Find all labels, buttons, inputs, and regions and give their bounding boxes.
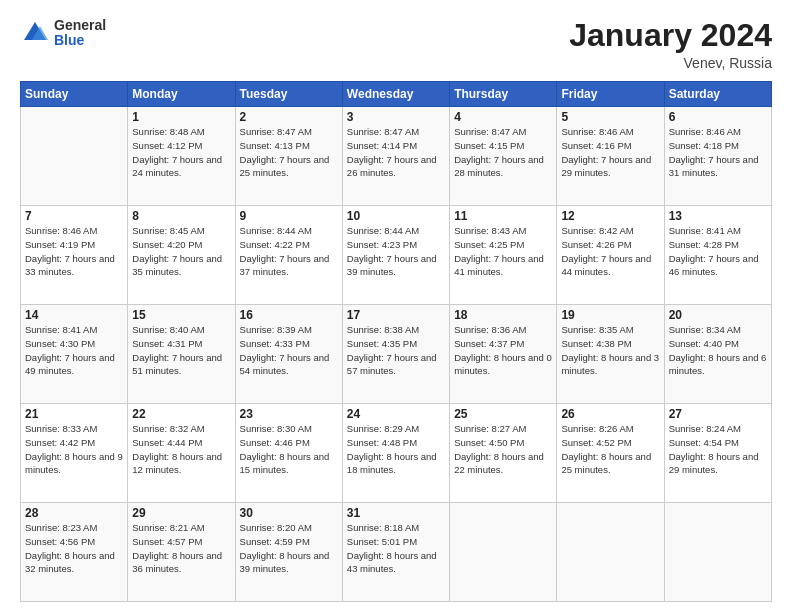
day-cell: 12Sunrise: 8:42 AMSunset: 4:26 PMDayligh…	[557, 206, 664, 305]
day-number: 20	[669, 308, 767, 322]
day-info: Sunrise: 8:46 AMSunset: 4:18 PMDaylight:…	[669, 125, 767, 180]
day-number: 28	[25, 506, 123, 520]
day-info: Sunrise: 8:42 AMSunset: 4:26 PMDaylight:…	[561, 224, 659, 279]
day-cell: 2Sunrise: 8:47 AMSunset: 4:13 PMDaylight…	[235, 107, 342, 206]
day-info: Sunrise: 8:30 AMSunset: 4:46 PMDaylight:…	[240, 422, 338, 477]
day-info: Sunrise: 8:21 AMSunset: 4:57 PMDaylight:…	[132, 521, 230, 576]
month-title: January 2024	[569, 18, 772, 53]
day-number: 16	[240, 308, 338, 322]
header-cell-tuesday: Tuesday	[235, 82, 342, 107]
day-cell: 22Sunrise: 8:32 AMSunset: 4:44 PMDayligh…	[128, 404, 235, 503]
day-cell: 31Sunrise: 8:18 AMSunset: 5:01 PMDayligh…	[342, 503, 449, 602]
day-info: Sunrise: 8:43 AMSunset: 4:25 PMDaylight:…	[454, 224, 552, 279]
day-number: 5	[561, 110, 659, 124]
location: Venev, Russia	[569, 55, 772, 71]
day-number: 7	[25, 209, 123, 223]
day-cell: 8Sunrise: 8:45 AMSunset: 4:20 PMDaylight…	[128, 206, 235, 305]
day-cell: 7Sunrise: 8:46 AMSunset: 4:19 PMDaylight…	[21, 206, 128, 305]
day-info: Sunrise: 8:27 AMSunset: 4:50 PMDaylight:…	[454, 422, 552, 477]
day-info: Sunrise: 8:36 AMSunset: 4:37 PMDaylight:…	[454, 323, 552, 378]
day-info: Sunrise: 8:40 AMSunset: 4:31 PMDaylight:…	[132, 323, 230, 378]
day-number: 22	[132, 407, 230, 421]
header-row: SundayMondayTuesdayWednesdayThursdayFrid…	[21, 82, 772, 107]
day-info: Sunrise: 8:23 AMSunset: 4:56 PMDaylight:…	[25, 521, 123, 576]
day-info: Sunrise: 8:46 AMSunset: 4:19 PMDaylight:…	[25, 224, 123, 279]
day-number: 4	[454, 110, 552, 124]
day-number: 3	[347, 110, 445, 124]
day-number: 29	[132, 506, 230, 520]
header-cell-sunday: Sunday	[21, 82, 128, 107]
day-cell: 18Sunrise: 8:36 AMSunset: 4:37 PMDayligh…	[450, 305, 557, 404]
day-number: 21	[25, 407, 123, 421]
day-number: 19	[561, 308, 659, 322]
logo-icon	[20, 18, 50, 48]
day-number: 8	[132, 209, 230, 223]
week-row-5: 28Sunrise: 8:23 AMSunset: 4:56 PMDayligh…	[21, 503, 772, 602]
day-number: 31	[347, 506, 445, 520]
day-cell: 11Sunrise: 8:43 AMSunset: 4:25 PMDayligh…	[450, 206, 557, 305]
day-number: 2	[240, 110, 338, 124]
day-info: Sunrise: 8:32 AMSunset: 4:44 PMDaylight:…	[132, 422, 230, 477]
day-cell	[21, 107, 128, 206]
day-cell: 10Sunrise: 8:44 AMSunset: 4:23 PMDayligh…	[342, 206, 449, 305]
day-cell: 28Sunrise: 8:23 AMSunset: 4:56 PMDayligh…	[21, 503, 128, 602]
day-number: 6	[669, 110, 767, 124]
day-cell	[450, 503, 557, 602]
logo-general: General	[54, 18, 106, 33]
day-info: Sunrise: 8:46 AMSunset: 4:16 PMDaylight:…	[561, 125, 659, 180]
day-info: Sunrise: 8:41 AMSunset: 4:28 PMDaylight:…	[669, 224, 767, 279]
logo-text: General Blue	[54, 18, 106, 49]
week-row-3: 14Sunrise: 8:41 AMSunset: 4:30 PMDayligh…	[21, 305, 772, 404]
header-cell-monday: Monday	[128, 82, 235, 107]
day-cell: 25Sunrise: 8:27 AMSunset: 4:50 PMDayligh…	[450, 404, 557, 503]
day-info: Sunrise: 8:35 AMSunset: 4:38 PMDaylight:…	[561, 323, 659, 378]
day-cell: 23Sunrise: 8:30 AMSunset: 4:46 PMDayligh…	[235, 404, 342, 503]
day-number: 17	[347, 308, 445, 322]
day-info: Sunrise: 8:33 AMSunset: 4:42 PMDaylight:…	[25, 422, 123, 477]
day-cell: 6Sunrise: 8:46 AMSunset: 4:18 PMDaylight…	[664, 107, 771, 206]
day-cell: 9Sunrise: 8:44 AMSunset: 4:22 PMDaylight…	[235, 206, 342, 305]
day-info: Sunrise: 8:38 AMSunset: 4:35 PMDaylight:…	[347, 323, 445, 378]
day-cell	[557, 503, 664, 602]
week-row-4: 21Sunrise: 8:33 AMSunset: 4:42 PMDayligh…	[21, 404, 772, 503]
day-number: 1	[132, 110, 230, 124]
day-info: Sunrise: 8:26 AMSunset: 4:52 PMDaylight:…	[561, 422, 659, 477]
logo-blue: Blue	[54, 33, 106, 48]
day-cell: 4Sunrise: 8:47 AMSunset: 4:15 PMDaylight…	[450, 107, 557, 206]
calendar-table: SundayMondayTuesdayWednesdayThursdayFrid…	[20, 81, 772, 602]
day-cell: 27Sunrise: 8:24 AMSunset: 4:54 PMDayligh…	[664, 404, 771, 503]
day-info: Sunrise: 8:48 AMSunset: 4:12 PMDaylight:…	[132, 125, 230, 180]
day-number: 27	[669, 407, 767, 421]
day-info: Sunrise: 8:29 AMSunset: 4:48 PMDaylight:…	[347, 422, 445, 477]
day-cell: 24Sunrise: 8:29 AMSunset: 4:48 PMDayligh…	[342, 404, 449, 503]
day-number: 18	[454, 308, 552, 322]
day-number: 25	[454, 407, 552, 421]
day-cell: 26Sunrise: 8:26 AMSunset: 4:52 PMDayligh…	[557, 404, 664, 503]
header-cell-wednesday: Wednesday	[342, 82, 449, 107]
day-info: Sunrise: 8:45 AMSunset: 4:20 PMDaylight:…	[132, 224, 230, 279]
day-info: Sunrise: 8:44 AMSunset: 4:23 PMDaylight:…	[347, 224, 445, 279]
day-number: 26	[561, 407, 659, 421]
day-cell: 30Sunrise: 8:20 AMSunset: 4:59 PMDayligh…	[235, 503, 342, 602]
day-info: Sunrise: 8:47 AMSunset: 4:15 PMDaylight:…	[454, 125, 552, 180]
day-cell: 13Sunrise: 8:41 AMSunset: 4:28 PMDayligh…	[664, 206, 771, 305]
day-cell: 19Sunrise: 8:35 AMSunset: 4:38 PMDayligh…	[557, 305, 664, 404]
day-info: Sunrise: 8:41 AMSunset: 4:30 PMDaylight:…	[25, 323, 123, 378]
day-info: Sunrise: 8:18 AMSunset: 5:01 PMDaylight:…	[347, 521, 445, 576]
day-cell: 21Sunrise: 8:33 AMSunset: 4:42 PMDayligh…	[21, 404, 128, 503]
day-info: Sunrise: 8:47 AMSunset: 4:13 PMDaylight:…	[240, 125, 338, 180]
day-info: Sunrise: 8:39 AMSunset: 4:33 PMDaylight:…	[240, 323, 338, 378]
day-info: Sunrise: 8:20 AMSunset: 4:59 PMDaylight:…	[240, 521, 338, 576]
day-info: Sunrise: 8:24 AMSunset: 4:54 PMDaylight:…	[669, 422, 767, 477]
day-number: 12	[561, 209, 659, 223]
header-cell-saturday: Saturday	[664, 82, 771, 107]
day-info: Sunrise: 8:47 AMSunset: 4:14 PMDaylight:…	[347, 125, 445, 180]
day-number: 23	[240, 407, 338, 421]
week-row-2: 7Sunrise: 8:46 AMSunset: 4:19 PMDaylight…	[21, 206, 772, 305]
day-cell: 15Sunrise: 8:40 AMSunset: 4:31 PMDayligh…	[128, 305, 235, 404]
day-cell: 20Sunrise: 8:34 AMSunset: 4:40 PMDayligh…	[664, 305, 771, 404]
day-cell: 1Sunrise: 8:48 AMSunset: 4:12 PMDaylight…	[128, 107, 235, 206]
week-row-1: 1Sunrise: 8:48 AMSunset: 4:12 PMDaylight…	[21, 107, 772, 206]
day-number: 15	[132, 308, 230, 322]
day-number: 9	[240, 209, 338, 223]
